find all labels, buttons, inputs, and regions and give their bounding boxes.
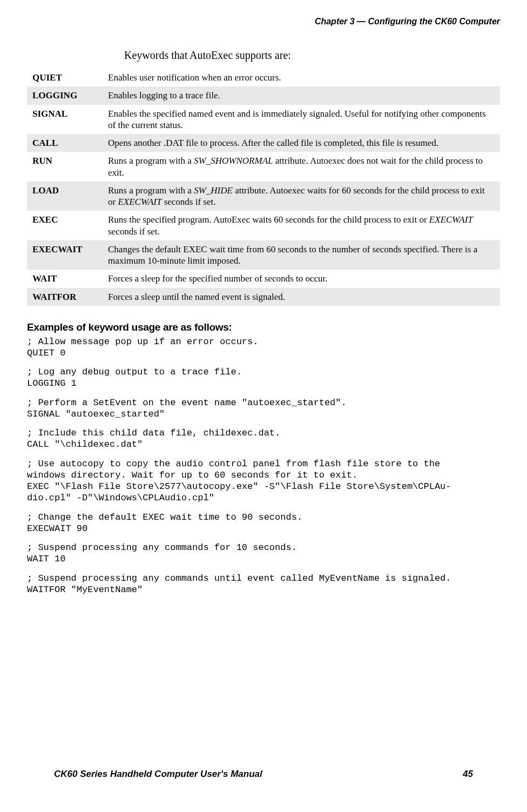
page-footer: CK60 Series Handheld Computer User's Man… bbox=[54, 768, 473, 780]
footer-left: CK60 Series Handheld Computer User's Man… bbox=[54, 768, 262, 780]
code-block: ; Perform a SetEvent on the event name "… bbox=[27, 397, 500, 420]
table-row: WAITFORForces a sleep until the named ev… bbox=[27, 288, 500, 306]
code-block: ; Log any debug output to a trace file. … bbox=[27, 366, 500, 390]
table-row: CALLOpens another .DAT file to process. … bbox=[27, 134, 500, 152]
table-row: RUNRuns a program with a SW_SHOWNORMAL a… bbox=[27, 152, 500, 182]
keyword-cell: LOGGING bbox=[27, 86, 103, 104]
code-block: ; Allow message pop up if an error occur… bbox=[27, 336, 500, 359]
description-cell: Changes the default EXEC wait time from … bbox=[103, 240, 500, 270]
keyword-cell: LOAD bbox=[27, 182, 103, 211]
footer-right: 45 bbox=[463, 768, 473, 780]
examples-heading: Examples of keyword usage are as follows… bbox=[27, 321, 500, 334]
keyword-cell: RUN bbox=[27, 152, 103, 182]
table-row: WAITForces a sleep for the specified num… bbox=[27, 270, 500, 287]
code-block: ; Suspend processing any commands for 10… bbox=[27, 542, 500, 565]
keyword-cell: SIGNAL bbox=[27, 105, 103, 135]
keyword-cell: CALL bbox=[27, 134, 103, 152]
table-row: LOGGINGEnables logging to a trace file. bbox=[27, 86, 500, 104]
keyword-cell: EXECWAIT bbox=[27, 240, 103, 270]
description-cell: Forces a sleep until the named event is … bbox=[103, 288, 500, 306]
code-block: ; Use autocopy to copy the audio control… bbox=[27, 458, 500, 504]
keyword-cell: WAIT bbox=[27, 270, 103, 287]
code-block: ; Change the default EXEC wait time to 9… bbox=[27, 512, 500, 535]
description-cell: Enables logging to a trace file. bbox=[103, 86, 500, 104]
keyword-cell: WAITFOR bbox=[27, 288, 103, 306]
table-row: EXECRuns the specified program. AutoExec… bbox=[27, 211, 500, 240]
intro-text: Keywords that AutoExec supports are: bbox=[124, 49, 500, 62]
table-row: EXECWAITChanges the default EXEC wait ti… bbox=[27, 240, 500, 270]
table-row: LOADRuns a program with a SW_HIDE attrib… bbox=[27, 182, 500, 211]
description-cell: Opens another .DAT file to process. Afte… bbox=[103, 134, 500, 152]
code-block: ; Suspend processing any commands until … bbox=[27, 573, 500, 596]
keyword-cell: QUIET bbox=[27, 69, 103, 86]
keyword-cell: EXEC bbox=[27, 211, 103, 240]
description-cell: Enables the specified named event and is… bbox=[103, 105, 500, 135]
description-cell: Enables user notification when an error … bbox=[103, 69, 500, 86]
description-cell: Runs the specified program. AutoExec wai… bbox=[103, 211, 500, 240]
description-cell: Runs a program with a SW_HIDE attribute.… bbox=[103, 182, 500, 211]
keyword-table: QUIETEnables user notification when an e… bbox=[27, 69, 500, 306]
code-block: ; Include this child data file, childexe… bbox=[27, 427, 500, 451]
table-row: QUIETEnables user notification when an e… bbox=[27, 69, 500, 86]
chapter-header: Chapter 3 — Configuring the CK60 Compute… bbox=[27, 16, 500, 27]
description-cell: Forces a sleep for the specified number … bbox=[103, 270, 500, 287]
description-cell: Runs a program with a SW_SHOWNORMAL attr… bbox=[103, 152, 500, 182]
table-row: SIGNALEnables the specified named event … bbox=[27, 105, 500, 135]
